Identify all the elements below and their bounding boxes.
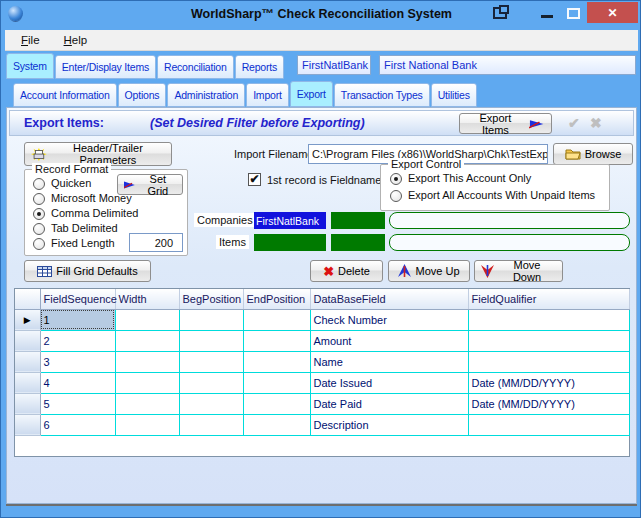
cell-qualifier[interactable]	[468, 351, 629, 372]
fixed-length-input[interactable]: 200	[129, 233, 183, 252]
cell-width[interactable]	[115, 309, 179, 330]
cell-end[interactable]	[243, 372, 310, 393]
delete-button[interactable]: ✖ Delete	[310, 260, 383, 282]
cell-width[interactable]	[115, 372, 179, 393]
tab-reports[interactable]: Reports	[235, 55, 284, 79]
move-up-button[interactable]: Move Up	[388, 260, 470, 282]
account-short-name-field[interactable]: FirstNatlBank	[297, 55, 371, 75]
tab-utilities[interactable]: Utilities	[431, 83, 477, 107]
cell-dbfield[interactable]: Check Number	[310, 309, 468, 330]
cell-end[interactable]	[243, 330, 310, 351]
browse-button[interactable]: Browse	[553, 143, 633, 165]
account-full-name-field[interactable]: First National Bank	[379, 55, 636, 75]
move-down-button[interactable]: Move Down	[474, 260, 563, 282]
cell-dbfield[interactable]: Name	[310, 351, 468, 372]
cell-qualifier[interactable]: Date (MM/DD/YYYY)	[468, 372, 629, 393]
items-filter-field[interactable]	[389, 234, 630, 251]
cell-beg[interactable]	[179, 372, 243, 393]
menu-help[interactable]: Help	[60, 33, 92, 47]
cell-beg[interactable]	[179, 309, 243, 330]
record-format-group: Record Format Quicken Microsoft Money Co…	[24, 169, 188, 256]
radio-export-all-accounts[interactable]	[390, 190, 402, 202]
cell-width[interactable]	[115, 330, 179, 351]
tab-administration[interactable]: Administration	[167, 83, 245, 107]
grid-header-width[interactable]: Width	[115, 289, 179, 309]
set-grid-button[interactable]: Set Grid	[117, 174, 183, 195]
tab-system[interactable]: System	[6, 53, 54, 79]
grid-header-endposition[interactable]: EndPosition	[243, 289, 310, 309]
grid-header-fieldsequence[interactable]: FieldSequence	[40, 289, 115, 309]
radio-tab-delimited[interactable]	[33, 223, 45, 235]
cell-beg[interactable]	[179, 351, 243, 372]
cell-qualifier[interactable]	[468, 414, 629, 435]
row-selector[interactable]	[15, 330, 40, 351]
cell-width[interactable]	[115, 393, 179, 414]
companies-selected-box[interactable]: FirstNatlBank	[254, 212, 326, 229]
tab-options[interactable]: Options	[118, 83, 167, 107]
radio-export-this-account[interactable]	[390, 173, 402, 185]
export-control-group: Export Control Export This Account Only …	[380, 164, 610, 211]
field-grid-table: FieldSequence Width BegPosition EndPosit…	[15, 289, 630, 436]
radio-comma-delimited[interactable]	[33, 208, 45, 220]
cell-dbfield[interactable]: Date Issued	[310, 372, 468, 393]
cell-width[interactable]	[115, 351, 179, 372]
fill-grid-defaults-button[interactable]: Fill Grid Defaults	[24, 260, 151, 282]
cell-qualifier[interactable]: Date (MM/DD/YYYY)	[468, 393, 629, 414]
maximize-button[interactable]	[567, 8, 580, 19]
items-filter-box2[interactable]	[331, 234, 385, 251]
close-button[interactable]: ✕	[587, 2, 638, 23]
first-record-checkbox-label: 1st record is Fieldnames	[267, 174, 387, 186]
companies-filter-box[interactable]	[331, 212, 385, 229]
companies-filter-field[interactable]	[389, 212, 630, 229]
tab-enter-display-items[interactable]: Enter/Display Items	[55, 55, 156, 79]
tab-transaction-types[interactable]: Transaction Types	[334, 83, 430, 107]
cell-end[interactable]	[243, 351, 310, 372]
tab-reconciliation[interactable]: Reconciliation	[157, 55, 234, 79]
cell-qualifier[interactable]	[468, 330, 629, 351]
cell-beg[interactable]	[179, 414, 243, 435]
radio-comma-delimited-label: Comma Delimited	[51, 207, 138, 219]
grid-header-begposition[interactable]: BegPosition	[179, 289, 243, 309]
cell-seq[interactable]: 2	[40, 330, 115, 351]
checkbox-check-icon: ✔	[249, 172, 259, 186]
cell-seq[interactable]: 3	[40, 351, 115, 372]
export-items-button[interactable]: Export Items	[459, 113, 552, 134]
cell-seq[interactable]: 6	[40, 414, 115, 435]
table-row: 3 Name	[15, 351, 629, 372]
cell-seq[interactable]: 1	[40, 309, 115, 330]
row-selector[interactable]	[15, 372, 40, 393]
radio-fixed-length[interactable]	[33, 238, 45, 250]
radio-quicken[interactable]	[33, 178, 45, 190]
radio-microsoft-money[interactable]	[33, 193, 45, 205]
cell-beg[interactable]	[179, 330, 243, 351]
row-selector-current[interactable]: ▶	[15, 309, 40, 330]
items-filter-box1[interactable]	[254, 234, 326, 251]
cell-end[interactable]	[243, 309, 310, 330]
tab-export[interactable]: Export	[290, 81, 333, 107]
restore-window-icon[interactable]	[493, 7, 507, 19]
row-selector[interactable]	[15, 414, 40, 435]
row-selector[interactable]	[15, 393, 40, 414]
tab-import[interactable]: Import	[246, 83, 289, 107]
cell-dbfield[interactable]: Amount	[310, 330, 468, 351]
cell-seq[interactable]: 4	[40, 372, 115, 393]
table-row: 4 Date Issued Date (MM/DD/YYYY)	[15, 372, 629, 393]
row-selector[interactable]	[15, 351, 40, 372]
cell-qualifier[interactable]	[468, 309, 629, 330]
tab-account-information[interactable]: Account Information	[13, 83, 117, 107]
minimize-button[interactable]	[541, 15, 553, 18]
cell-dbfield[interactable]: Description	[310, 414, 468, 435]
cell-seq[interactable]: 5	[40, 393, 115, 414]
set-grid-arrow-icon	[124, 180, 136, 190]
cell-beg[interactable]	[179, 393, 243, 414]
cell-end[interactable]	[243, 393, 310, 414]
grid-header-fieldqualifier[interactable]: FieldQualifier	[468, 289, 629, 309]
cell-end[interactable]	[243, 414, 310, 435]
cell-width[interactable]	[115, 414, 179, 435]
cell-dbfield[interactable]: Date Paid	[310, 393, 468, 414]
first-record-checkbox[interactable]: ✔	[248, 173, 261, 186]
close-icon: ✕	[607, 6, 617, 20]
grid-icon	[37, 266, 52, 277]
grid-header-databasefield[interactable]: DataBaseField	[310, 289, 468, 309]
menu-file[interactable]: File	[17, 33, 44, 47]
